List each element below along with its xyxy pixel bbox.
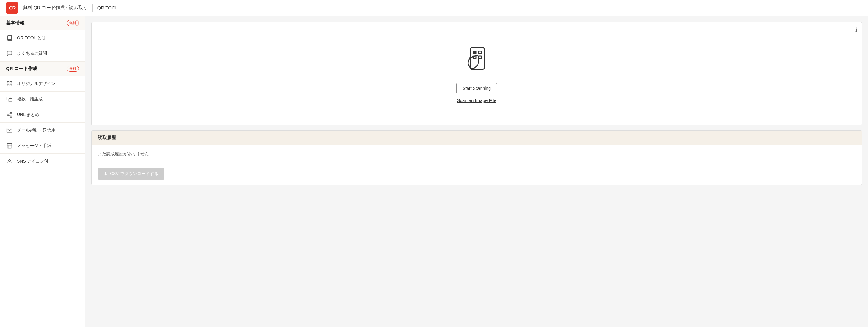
sidebar-item-faq[interactable]: よくあるご質問 — [0, 46, 85, 62]
history-footer: ⬇ CSV でダウンロードする — [92, 163, 862, 185]
history-card: 読取履歴 まだ読取履歴がありません ⬇ CSV でダウンロードする — [91, 130, 862, 185]
svg-rect-4 — [9, 99, 12, 102]
chat-icon — [6, 50, 13, 57]
main-content: ℹ Start Scanning Scan an — [85, 16, 868, 327]
sidebar-item-bulk-create-label: 複数一括生成 — [17, 97, 43, 102]
svg-rect-14 — [470, 47, 484, 69]
book-icon — [6, 35, 13, 41]
sidebar-section-kihon-badge: 無料 — [67, 20, 79, 26]
header-title: 無料 QR コード作成・読み取り — [23, 5, 87, 11]
sidebar-item-message-label: メッセージ・手紙 — [17, 143, 51, 149]
svg-rect-1 — [10, 81, 12, 84]
sidebar-item-sns-icon-label: SNS アイコン付 — [17, 159, 49, 164]
scanner-card: ℹ Start Scanning Scan an — [91, 22, 862, 125]
layout: 基本情報 無料 QR TOOL とは よくあるご質問 QR コード作成 無 — [0, 16, 868, 327]
svg-rect-0 — [7, 81, 9, 84]
svg-rect-10 — [7, 144, 12, 148]
sidebar-item-mail-label: メール起動・送信用 — [17, 128, 56, 133]
envelope-icon — [6, 127, 13, 134]
history-empty-message: まだ読取履歴がありません — [92, 145, 862, 163]
sidebar-section-kihon-title: 基本情報 — [6, 20, 24, 26]
sidebar-item-original-design-label: オリジナルデザイン — [17, 81, 56, 87]
svg-rect-3 — [10, 84, 12, 86]
scan-image-file-link[interactable]: Scan an Image File — [457, 98, 496, 103]
start-scanning-button[interactable]: Start Scanning — [456, 83, 497, 94]
history-header: 読取履歴 — [92, 131, 862, 145]
svg-point-6 — [7, 114, 9, 116]
sidebar-section-kihon: 基本情報 無料 — [0, 16, 85, 30]
share-icon — [6, 111, 13, 118]
svg-rect-16 — [479, 51, 481, 54]
person-icon — [6, 158, 13, 165]
header-divider — [92, 4, 93, 11]
sidebar-item-faq-label: よくあるご質問 — [17, 51, 47, 56]
csv-button-label: CSV でダウンロードする — [110, 171, 158, 176]
sidebar-item-sns-icon[interactable]: SNS アイコン付 — [0, 154, 85, 169]
sidebar-item-what-is-qrtool-label: QR TOOL とは — [17, 35, 46, 41]
note-icon — [6, 142, 13, 149]
svg-rect-2 — [7, 84, 9, 86]
sidebar: 基本情報 無料 QR TOOL とは よくあるご質問 QR コード作成 無 — [0, 16, 85, 327]
logo: QR — [6, 2, 18, 14]
sidebar-item-mail[interactable]: メール起動・送信用 — [0, 123, 85, 138]
history-title: 読取履歴 — [98, 135, 116, 140]
sidebar-item-original-design[interactable]: オリジナルデザイン — [0, 76, 85, 92]
svg-point-7 — [10, 116, 12, 117]
svg-point-5 — [10, 112, 12, 114]
sidebar-section-create-badge: 無料 — [67, 66, 79, 71]
svg-rect-18 — [479, 56, 481, 59]
sidebar-item-url-collection-label: URL まとめ — [17, 112, 39, 118]
phone-qr-icon — [463, 44, 490, 76]
sidebar-section-create-title: QR コード作成 — [6, 66, 37, 71]
sidebar-item-message[interactable]: メッセージ・手紙 — [0, 138, 85, 154]
csv-download-button[interactable]: ⬇ CSV でダウンロードする — [98, 168, 164, 179]
download-icon: ⬇ — [104, 171, 107, 176]
svg-line-8 — [8, 115, 10, 116]
sidebar-item-bulk-create[interactable]: 複数一括生成 — [0, 92, 85, 107]
info-icon[interactable]: ℹ — [855, 27, 857, 33]
svg-line-9 — [8, 113, 10, 114]
sidebar-item-url-collection[interactable]: URL まとめ — [0, 107, 85, 123]
header: QR 無料 QR コード作成・読み取り QR TOOL — [0, 0, 868, 16]
sidebar-item-what-is-qrtool[interactable]: QR TOOL とは — [0, 30, 85, 46]
grid-icon — [6, 80, 13, 87]
sidebar-section-create: QR コード作成 無料 — [0, 62, 85, 76]
svg-point-13 — [8, 159, 11, 161]
copy-icon — [6, 96, 13, 103]
header-subtitle: QR TOOL — [97, 5, 118, 10]
